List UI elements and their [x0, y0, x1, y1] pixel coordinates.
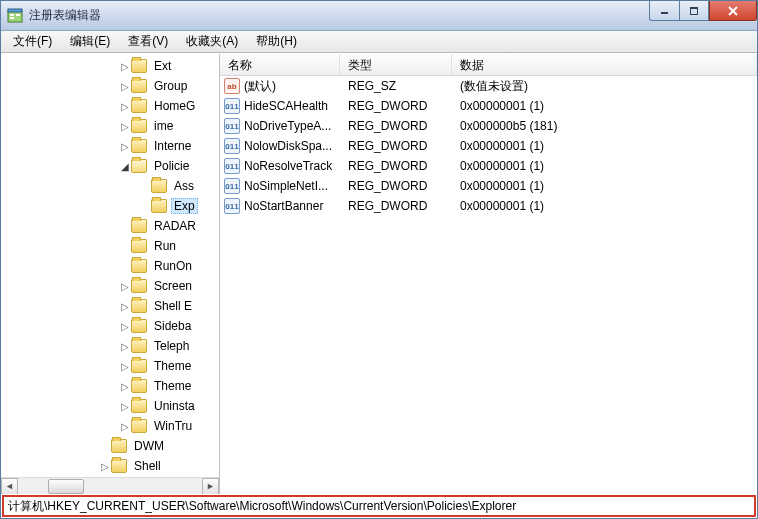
- content-area: ▷Ext▷Group▷HomeG▷ime▷Interne◢PolicieAssE…: [1, 53, 757, 494]
- value-data: (数值未设置): [452, 78, 757, 95]
- folder-icon: [131, 59, 147, 73]
- value-row[interactable]: 011HideSCAHealthREG_DWORD0x00000001 (1): [220, 96, 757, 116]
- value-row[interactable]: 011NoStartBannerREG_DWORD0x00000001 (1): [220, 196, 757, 216]
- tree-item-label[interactable]: ime: [151, 118, 176, 134]
- folder-icon: [131, 399, 147, 413]
- tree-item-label[interactable]: WinTru: [151, 418, 195, 434]
- tree-item[interactable]: ▷Theme: [1, 376, 199, 396]
- value-row[interactable]: 011NoDriveTypeA...REG_DWORD0x000000b5 (1…: [220, 116, 757, 136]
- tree-item-label[interactable]: Exp: [171, 198, 198, 214]
- tree-item-label[interactable]: Shell: [131, 458, 164, 474]
- tree-item[interactable]: ◢Policie: [1, 156, 199, 176]
- tree-item-label[interactable]: Uninsta: [151, 398, 198, 414]
- expand-icon[interactable]: ▷: [119, 301, 131, 312]
- tree-item-label[interactable]: Shell E: [151, 298, 195, 314]
- close-button[interactable]: [709, 1, 757, 21]
- dword-value-icon: 011: [224, 178, 240, 194]
- tree-item[interactable]: Ass: [1, 176, 199, 196]
- value-row[interactable]: ab(默认)REG_SZ(数值未设置): [220, 76, 757, 96]
- tree-item-label[interactable]: Ext: [151, 58, 174, 74]
- expand-icon[interactable]: ▷: [119, 141, 131, 152]
- expand-icon[interactable]: ▷: [119, 361, 131, 372]
- value-name: NoSimpleNetI...: [244, 179, 328, 193]
- scroll-thumb[interactable]: [48, 479, 84, 494]
- tree-item[interactable]: ▷Uninsta: [1, 396, 199, 416]
- expand-icon[interactable]: ▷: [119, 281, 131, 292]
- folder-icon: [131, 99, 147, 113]
- svg-rect-4: [16, 14, 20, 16]
- tree-item[interactable]: ▷ime: [1, 116, 199, 136]
- tree-item[interactable]: Exp: [1, 196, 199, 216]
- maximize-button[interactable]: [679, 1, 709, 21]
- value-type: REG_DWORD: [340, 199, 452, 213]
- tree-item-label[interactable]: HomeG: [151, 98, 198, 114]
- tree-item-label[interactable]: Ass: [171, 178, 197, 194]
- titlebar[interactable]: 注册表编辑器: [1, 1, 757, 31]
- tree-item[interactable]: ▷Teleph: [1, 336, 199, 356]
- tree-item-label[interactable]: Theme: [151, 378, 194, 394]
- expand-icon[interactable]: ▷: [119, 321, 131, 332]
- expand-icon[interactable]: ▷: [119, 401, 131, 412]
- tree-item-label[interactable]: Policie: [151, 158, 192, 174]
- scroll-left-button[interactable]: ◄: [1, 478, 18, 495]
- folder-icon: [151, 199, 167, 213]
- tree-item-label[interactable]: Group: [151, 78, 190, 94]
- tree-item[interactable]: ▷Ext: [1, 56, 199, 76]
- column-data[interactable]: 数据: [452, 54, 757, 75]
- value-type: REG_DWORD: [340, 139, 452, 153]
- tree-item[interactable]: ▷Screen: [1, 276, 199, 296]
- tree-item[interactable]: ▷Sideba: [1, 316, 199, 336]
- tree-item-label[interactable]: Screen: [151, 278, 195, 294]
- expand-icon[interactable]: ▷: [119, 381, 131, 392]
- menu-view[interactable]: 查看(V): [120, 31, 176, 52]
- tree-item-label[interactable]: RADAR: [151, 218, 199, 234]
- dword-value-icon: 011: [224, 98, 240, 114]
- tree-item[interactable]: DWM: [1, 436, 199, 456]
- dword-value-icon: 011: [224, 158, 240, 174]
- tree-item[interactable]: Run: [1, 236, 199, 256]
- column-name[interactable]: 名称: [220, 54, 340, 75]
- expand-icon[interactable]: ▷: [119, 81, 131, 92]
- tree-item-label[interactable]: Interne: [151, 138, 194, 154]
- collapse-icon[interactable]: ◢: [119, 161, 131, 172]
- tree-item[interactable]: ▷Shell E: [1, 296, 199, 316]
- tree-horizontal-scrollbar[interactable]: ◄ ►: [1, 477, 219, 494]
- menu-edit[interactable]: 编辑(E): [62, 31, 118, 52]
- value-row[interactable]: 011NoSimpleNetI...REG_DWORD0x00000001 (1…: [220, 176, 757, 196]
- expand-icon[interactable]: ▷: [99, 461, 111, 472]
- scroll-track[interactable]: [18, 478, 202, 495]
- scroll-right-button[interactable]: ►: [202, 478, 219, 495]
- tree-item-label[interactable]: Theme: [151, 358, 194, 374]
- tree-item[interactable]: ▷Shell: [1, 456, 199, 476]
- minimize-button[interactable]: [649, 1, 679, 21]
- expand-icon[interactable]: ▷: [119, 341, 131, 352]
- menu-help[interactable]: 帮助(H): [248, 31, 305, 52]
- tree-item-label[interactable]: DWM: [131, 438, 167, 454]
- value-data: 0x00000001 (1): [452, 179, 757, 193]
- tree-item[interactable]: ▷HomeG: [1, 96, 199, 116]
- value-row[interactable]: 011NoResolveTrackREG_DWORD0x00000001 (1): [220, 156, 757, 176]
- menu-favorites[interactable]: 收藏夹(A): [178, 31, 246, 52]
- tree-item[interactable]: ▷Group: [1, 76, 199, 96]
- value-type: REG_DWORD: [340, 179, 452, 193]
- tree-item[interactable]: RunOn: [1, 256, 199, 276]
- tree-item[interactable]: RADAR: [1, 216, 199, 236]
- tree-item[interactable]: ▷Theme: [1, 356, 199, 376]
- folder-icon: [131, 159, 147, 173]
- menu-file[interactable]: 文件(F): [5, 31, 60, 52]
- value-row[interactable]: 011NolowDiskSpa...REG_DWORD0x00000001 (1…: [220, 136, 757, 156]
- tree-item-label[interactable]: Run: [151, 238, 179, 254]
- tree-item-label[interactable]: Teleph: [151, 338, 192, 354]
- expand-icon[interactable]: ▷: [119, 121, 131, 132]
- expand-icon[interactable]: ▷: [119, 421, 131, 432]
- expand-icon[interactable]: ▷: [119, 101, 131, 112]
- tree-item-label[interactable]: Sideba: [151, 318, 194, 334]
- registry-tree[interactable]: ▷Ext▷Group▷HomeG▷ime▷Interne◢PolicieAssE…: [1, 54, 199, 476]
- values-list[interactable]: ab(默认)REG_SZ(数值未设置)011HideSCAHealthREG_D…: [220, 76, 757, 216]
- expand-icon[interactable]: ▷: [119, 61, 131, 72]
- tree-item-label[interactable]: RunOn: [151, 258, 195, 274]
- tree-item[interactable]: ▷Interne: [1, 136, 199, 156]
- values-header[interactable]: 名称 类型 数据: [220, 54, 757, 76]
- column-type[interactable]: 类型: [340, 54, 452, 75]
- tree-item[interactable]: ▷WinTru: [1, 416, 199, 436]
